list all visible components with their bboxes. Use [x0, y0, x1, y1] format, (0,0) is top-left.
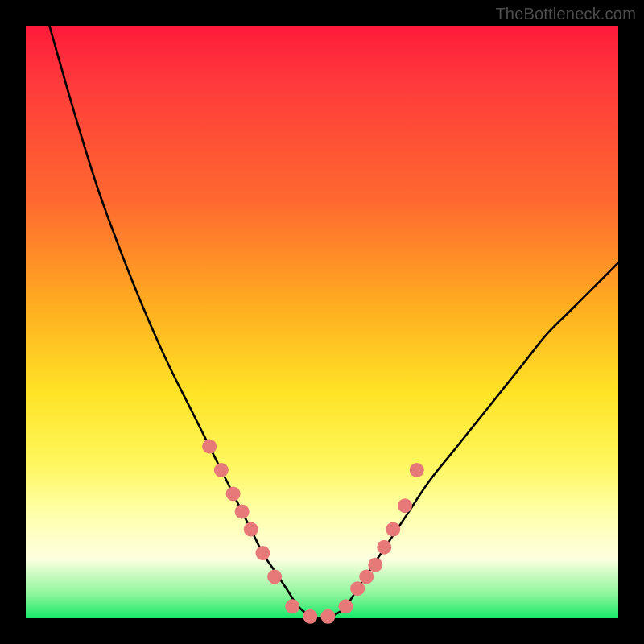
curve-marker — [214, 463, 229, 477]
curve-svg — [26, 26, 618, 618]
marker-group — [202, 440, 424, 624]
curve-marker — [235, 505, 250, 519]
curve-marker — [320, 609, 335, 624]
curve-marker — [285, 599, 299, 613]
curve-marker — [244, 522, 258, 537]
curve-marker — [202, 440, 217, 454]
watermark-text: TheBottleneck.com — [495, 5, 636, 23]
curve-marker — [398, 498, 412, 513]
curve-marker — [386, 522, 400, 537]
bottleneck-curve — [49, 26, 618, 618]
bottleneck-curve-path — [49, 26, 618, 618]
curve-marker — [267, 569, 282, 584]
curve-marker — [368, 558, 382, 572]
outer-frame: TheBottleneck.com — [0, 0, 644, 644]
curve-marker — [338, 599, 353, 613]
curve-marker — [410, 463, 424, 477]
curve-marker — [350, 581, 365, 596]
plot-area — [26, 26, 618, 618]
curve-marker — [377, 540, 391, 555]
curve-marker — [226, 486, 241, 501]
curve-marker — [359, 569, 374, 584]
curve-marker — [303, 609, 317, 624]
curve-marker — [255, 546, 270, 560]
